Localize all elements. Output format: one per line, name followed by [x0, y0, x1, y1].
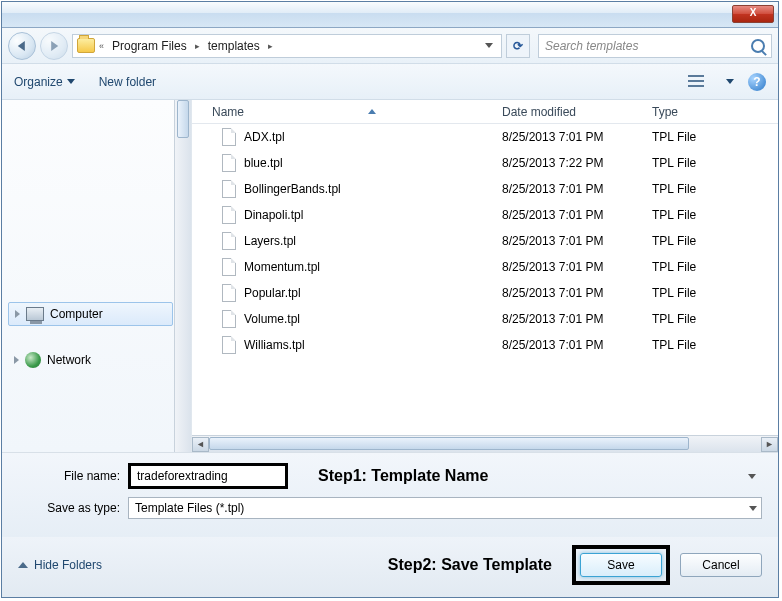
file-date: 8/25/2013 7:22 PM: [502, 156, 652, 170]
tree-panel: Computer Network: [2, 100, 192, 452]
list-icon: [688, 75, 704, 77]
file-row[interactable]: Volume.tpl8/25/2013 7:01 PMTPL File: [192, 306, 778, 332]
file-row[interactable]: Layers.tpl8/25/2013 7:01 PMTPL File: [192, 228, 778, 254]
form-panel: File name: tradeforextrading Step1: Temp…: [2, 452, 778, 537]
titlebar: X: [2, 2, 778, 28]
search-icon: [751, 39, 765, 53]
nav-forward-button[interactable]: [40, 32, 68, 60]
file-icon: [222, 284, 236, 302]
hide-folders-button[interactable]: Hide Folders: [18, 558, 102, 572]
column-headers: Name Date modified Type: [192, 100, 778, 124]
file-type: TPL File: [652, 338, 778, 352]
column-date[interactable]: Date modified: [502, 105, 652, 119]
file-icon: [222, 232, 236, 250]
new-folder-button[interactable]: New folder: [99, 75, 156, 89]
horizontal-scrollbar[interactable]: ◄ ►: [192, 435, 778, 452]
save-button[interactable]: Save: [580, 553, 662, 577]
file-date: 8/25/2013 7:01 PM: [502, 208, 652, 222]
breadcrumb-arrow: ▸: [193, 41, 202, 51]
scroll-track[interactable]: [209, 437, 761, 452]
file-date: 8/25/2013 7:01 PM: [502, 260, 652, 274]
cancel-button[interactable]: Cancel: [680, 553, 762, 577]
organize-button[interactable]: Organize: [14, 75, 75, 89]
scroll-right-button[interactable]: ►: [761, 437, 778, 452]
chevron-up-icon: [18, 562, 28, 568]
file-row[interactable]: Popular.tpl8/25/2013 7:01 PMTPL File: [192, 280, 778, 306]
breadcrumb[interactable]: « Program Files ▸ templates ▸: [72, 34, 502, 58]
file-name: Momentum.tpl: [244, 260, 320, 274]
search-input[interactable]: Search templates: [538, 34, 772, 58]
views-button[interactable]: [688, 73, 712, 91]
scrollbar-thumb[interactable]: [209, 437, 689, 450]
file-row[interactable]: blue.tpl8/25/2013 7:22 PMTPL File: [192, 150, 778, 176]
chevron-down-icon[interactable]: [726, 79, 734, 84]
save-as-dialog: X « Program Files ▸ templates ▸ ⟳ Search…: [1, 1, 779, 598]
file-row[interactable]: ADX.tpl8/25/2013 7:01 PMTPL File: [192, 124, 778, 150]
file-type: TPL File: [652, 182, 778, 196]
saveastype-row: Save as type: Template Files (*.tpl): [18, 497, 762, 519]
file-row[interactable]: BollingerBands.tpl8/25/2013 7:01 PMTPL F…: [192, 176, 778, 202]
refresh-button[interactable]: ⟳: [506, 34, 530, 58]
file-rows: ADX.tpl8/25/2013 7:01 PMTPL Fileblue.tpl…: [192, 124, 778, 435]
file-list: Name Date modified Type ADX.tpl8/25/2013…: [192, 100, 778, 452]
saveastype-value: Template Files (*.tpl): [135, 501, 244, 515]
chevron-down-icon[interactable]: [485, 43, 493, 48]
tree-item-label: Network: [47, 353, 91, 367]
footer: Hide Folders Step2: Save Template Save C…: [2, 537, 778, 597]
file-type: TPL File: [652, 208, 778, 222]
file-name: Popular.tpl: [244, 286, 301, 300]
file-icon: [222, 154, 236, 172]
filename-row: File name: tradeforextrading Step1: Temp…: [18, 463, 762, 489]
file-date: 8/25/2013 7:01 PM: [502, 234, 652, 248]
file-name: Williams.tpl: [244, 338, 305, 352]
filename-value: tradeforextrading: [137, 469, 228, 483]
file-date: 8/25/2013 7:01 PM: [502, 286, 652, 300]
tree-item-network[interactable]: Network: [8, 348, 173, 372]
content: Computer Network Name Date modified Type…: [2, 100, 778, 452]
refresh-icon: ⟳: [513, 39, 523, 53]
file-row[interactable]: Dinapoli.tpl8/25/2013 7:01 PMTPL File: [192, 202, 778, 228]
file-icon: [222, 128, 236, 146]
file-row[interactable]: Momentum.tpl8/25/2013 7:01 PMTPL File: [192, 254, 778, 280]
file-name: BollingerBands.tpl: [244, 182, 341, 196]
expander-icon[interactable]: [15, 310, 20, 318]
file-icon: [222, 206, 236, 224]
breadcrumb-part-templates[interactable]: templates: [204, 39, 264, 53]
file-type: TPL File: [652, 286, 778, 300]
organize-label: Organize: [14, 75, 63, 89]
scroll-left-button[interactable]: ◄: [192, 437, 209, 452]
file-icon: [222, 258, 236, 276]
column-name[interactable]: Name: [192, 105, 502, 119]
file-name: ADX.tpl: [244, 130, 285, 144]
file-name: Volume.tpl: [244, 312, 300, 326]
saveastype-label: Save as type:: [18, 501, 128, 515]
toolbar: Organize New folder ?: [2, 64, 778, 100]
file-type: TPL File: [652, 260, 778, 274]
close-button[interactable]: X: [732, 5, 774, 23]
nav-back-button[interactable]: [8, 32, 36, 60]
file-date: 8/25/2013 7:01 PM: [502, 130, 652, 144]
file-date: 8/25/2013 7:01 PM: [502, 182, 652, 196]
tree-item-computer[interactable]: Computer: [8, 302, 173, 326]
expander-icon[interactable]: [14, 356, 19, 364]
file-name: Layers.tpl: [244, 234, 296, 248]
step2-annotation: Step2: Save Template: [388, 556, 552, 574]
file-name: Dinapoli.tpl: [244, 208, 303, 222]
column-type[interactable]: Type: [652, 105, 778, 119]
breadcrumb-part-program-files[interactable]: Program Files: [108, 39, 191, 53]
file-name: blue.tpl: [244, 156, 283, 170]
step1-annotation: Step1: Template Name: [318, 467, 488, 485]
saveastype-select[interactable]: Template Files (*.tpl): [128, 497, 762, 519]
file-type: TPL File: [652, 312, 778, 326]
scrollbar-thumb[interactable]: [177, 100, 189, 138]
chevron-down-icon: [749, 506, 757, 511]
file-type: TPL File: [652, 156, 778, 170]
chevron-down-icon[interactable]: [748, 474, 756, 479]
file-date: 8/25/2013 7:01 PM: [502, 338, 652, 352]
filename-input[interactable]: tradeforextrading: [128, 463, 288, 489]
arrow-left-icon: [18, 41, 25, 51]
breadcrumb-sep: «: [97, 41, 106, 51]
tree-scrollbar[interactable]: [174, 100, 191, 452]
help-button[interactable]: ?: [748, 73, 766, 91]
file-row[interactable]: Williams.tpl8/25/2013 7:01 PMTPL File: [192, 332, 778, 358]
